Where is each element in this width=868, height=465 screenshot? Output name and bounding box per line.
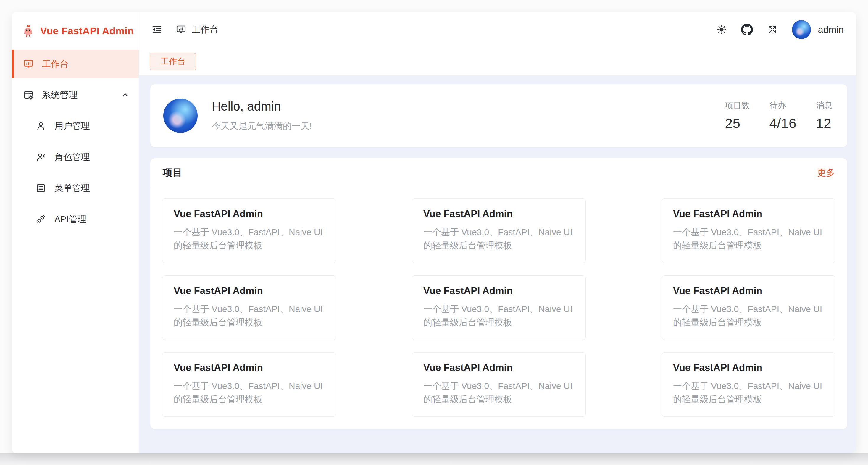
sidebar-item-users[interactable]: 用户管理 — [12, 112, 139, 140]
screen: Vue FastAPI Admin 工作台 — [0, 0, 868, 465]
stat-todos: 待办 4/16 — [769, 100, 797, 131]
project-title: Vue FastAPI Admin — [174, 362, 324, 373]
projects-title: 项目 — [163, 166, 182, 180]
sun-icon — [716, 24, 727, 35]
project-title: Vue FastAPI Admin — [673, 285, 824, 297]
project-card[interactable]: Vue FastAPI Admin 一个基于 Vue3.0、FastAPI、Na… — [412, 198, 586, 263]
logo-title: Vue FastAPI Admin — [40, 25, 134, 37]
welcome-avatar — [163, 98, 197, 133]
project-title: Vue FastAPI Admin — [174, 285, 324, 297]
greeting-title: Hello, admin — [212, 99, 312, 114]
sidebar-item-workbench[interactable]: 工作台 — [12, 50, 139, 78]
main-area: 工作台 — [139, 12, 856, 454]
project-card[interactable]: Vue FastAPI Admin 一个基于 Vue3.0、FastAPI、Na… — [412, 352, 586, 417]
stat-value: 12 — [816, 115, 831, 131]
user-avatar[interactable] — [792, 20, 811, 39]
greeting-block: Hello, admin 今天又是元气满满的一天! — [212, 99, 312, 132]
theme-toggle-button[interactable] — [716, 24, 727, 35]
stat-label: 项目数 — [725, 100, 750, 111]
window-bottom-edge — [0, 454, 868, 465]
gear-glyph — [28, 95, 33, 100]
more-link[interactable]: 更多 — [817, 167, 835, 179]
sidebar-item-system[interactable]: 系统管理 — [12, 81, 139, 109]
welcome-card: Hello, admin 今天又是元气满满的一天! 项目数 25 待办 4/16 — [150, 84, 847, 147]
system-settings-icon — [23, 90, 34, 100]
fullscreen-button[interactable] — [767, 24, 778, 35]
header: 工作台 — [139, 12, 856, 47]
project-description: 一个基于 Vue3.0、FastAPI、Naive UI 的轻量级后台管理模板 — [174, 225, 324, 252]
project-title: Vue FastAPI Admin — [423, 285, 574, 297]
project-description: 一个基于 Vue3.0、FastAPI、Naive UI 的轻量级后台管理模板 — [174, 379, 324, 406]
sidebar-item-label: 角色管理 — [55, 151, 90, 163]
project-title: Vue FastAPI Admin — [423, 208, 574, 219]
project-description: 一个基于 Vue3.0、FastAPI、Naive UI 的轻量级后台管理模板 — [673, 302, 824, 329]
sidebar-item-menus[interactable]: 菜单管理 — [12, 174, 139, 202]
github-icon — [741, 24, 753, 35]
stat-value: 4/16 — [769, 115, 797, 131]
stat-projects: 项目数 25 — [725, 100, 750, 131]
menu-list-icon — [35, 183, 46, 193]
tags-bar: 工作台 — [139, 47, 856, 75]
sidebar: Vue FastAPI Admin 工作台 — [12, 12, 139, 454]
sidebar-item-label: 用户管理 — [55, 120, 90, 132]
workbench-icon — [176, 24, 186, 35]
app-window: Vue FastAPI Admin 工作台 — [12, 12, 856, 454]
project-card[interactable]: Vue FastAPI Admin 一个基于 Vue3.0、FastAPI、Na… — [162, 352, 336, 417]
sidebar-item-label: 工作台 — [42, 58, 69, 70]
sidebar-collapse-button[interactable] — [152, 24, 162, 35]
projects-grid: Vue FastAPI Admin 一个基于 Vue3.0、FastAPI、Na… — [150, 188, 847, 428]
workbench-icon — [23, 59, 34, 69]
role-icon — [35, 152, 46, 162]
greeting-message: 今天又是元气满满的一天! — [212, 120, 312, 132]
content-area: Hello, admin 今天又是元气满满的一天! 项目数 25 待办 4/16 — [139, 75, 856, 454]
project-description: 一个基于 Vue3.0、FastAPI、Naive UI 的轻量级后台管理模板 — [174, 302, 324, 329]
fullscreen-expand-icon — [767, 24, 778, 35]
menu-fold-icon — [152, 24, 162, 35]
stat-label: 消息 — [816, 100, 833, 111]
project-description: 一个基于 Vue3.0、FastAPI、Naive UI 的轻量级后台管理模板 — [423, 225, 574, 252]
sidebar-item-label: 菜单管理 — [55, 182, 90, 194]
project-description: 一个基于 Vue3.0、FastAPI、Naive UI 的轻量级后台管理模板 — [423, 379, 574, 406]
project-card[interactable]: Vue FastAPI Admin 一个基于 Vue3.0、FastAPI、Na… — [162, 198, 336, 263]
header-actions: admin — [716, 20, 844, 39]
app-logo[interactable]: Vue FastAPI Admin — [12, 12, 139, 50]
project-card[interactable]: Vue FastAPI Admin 一个基于 Vue3.0、FastAPI、Na… — [661, 352, 835, 417]
project-title: Vue FastAPI Admin — [423, 362, 574, 373]
project-card[interactable]: Vue FastAPI Admin 一个基于 Vue3.0、FastAPI、Na… — [162, 275, 336, 340]
project-description: 一个基于 Vue3.0、FastAPI、Naive UI 的轻量级后台管理模板 — [673, 225, 824, 252]
stat-value: 25 — [725, 115, 740, 131]
chevron-up-icon — [120, 90, 130, 100]
tag-label: 工作台 — [161, 56, 185, 67]
stat-label: 待办 — [769, 100, 786, 111]
projects-header: 项目 更多 — [150, 158, 847, 188]
user-icon — [35, 121, 46, 131]
sidebar-item-api[interactable]: API管理 — [12, 205, 139, 234]
tag-workbench[interactable]: 工作台 — [150, 53, 196, 70]
projects-card: 项目 更多 Vue FastAPI Admin 一个基于 Vue3.0、Fast… — [150, 158, 847, 429]
project-card[interactable]: Vue FastAPI Admin 一个基于 Vue3.0、FastAPI、Na… — [412, 275, 586, 340]
sidebar-menu: 工作台 系统管 — [12, 50, 139, 236]
project-title: Vue FastAPI Admin — [174, 208, 324, 219]
sidebar-item-label: 系统管理 — [42, 89, 78, 101]
username-label[interactable]: admin — [818, 24, 844, 35]
breadcrumb-label: 工作台 — [192, 24, 218, 36]
github-link-button[interactable] — [741, 24, 753, 35]
chick-logo-icon — [21, 24, 35, 37]
project-card[interactable]: Vue FastAPI Admin 一个基于 Vue3.0、FastAPI、Na… — [661, 275, 835, 340]
sidebar-item-label: API管理 — [55, 213, 86, 225]
project-title: Vue FastAPI Admin — [673, 208, 824, 219]
sidebar-item-roles[interactable]: 角色管理 — [12, 143, 139, 171]
breadcrumb: 工作台 — [176, 24, 218, 36]
project-description: 一个基于 Vue3.0、FastAPI、Naive UI 的轻量级后台管理模板 — [673, 379, 824, 406]
stat-messages: 消息 12 — [816, 100, 833, 131]
project-description: 一个基于 Vue3.0、FastAPI、Naive UI 的轻量级后台管理模板 — [423, 302, 574, 329]
stats-row: 项目数 25 待办 4/16 消息 12 — [725, 100, 833, 131]
api-plug-icon — [35, 214, 46, 224]
project-title: Vue FastAPI Admin — [673, 362, 824, 373]
project-card[interactable]: Vue FastAPI Admin 一个基于 Vue3.0、FastAPI、Na… — [661, 198, 835, 263]
